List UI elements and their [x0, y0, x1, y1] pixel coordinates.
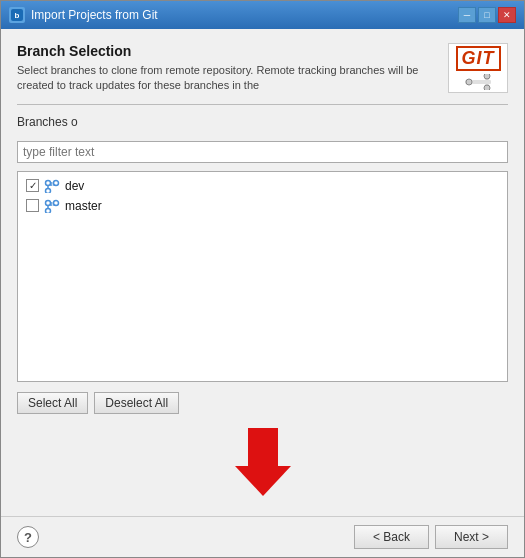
deselect-all-button[interactable]: Deselect All	[94, 392, 179, 414]
svg-point-5	[484, 85, 490, 90]
main-window: b Import Projects from Git ─ □ ✕ Branch …	[0, 0, 525, 558]
git-logo-box: GIT	[456, 46, 501, 71]
svg-point-7	[46, 180, 51, 185]
section-description: Select branches to clone from remote rep…	[17, 63, 438, 94]
back-button[interactable]: < Back	[354, 525, 429, 549]
branch-checkbox-dev[interactable]	[26, 179, 39, 192]
branches-list: dev master	[17, 171, 508, 382]
svg-point-6	[466, 79, 472, 85]
section-title: Branch Selection	[17, 43, 438, 59]
title-bar: b Import Projects from Git ─ □ ✕	[1, 1, 524, 29]
arrow-area	[17, 422, 508, 502]
app-icon: b	[9, 7, 25, 23]
close-button[interactable]: ✕	[498, 7, 516, 23]
separator-1	[17, 104, 508, 105]
branch-item-dev[interactable]: dev	[20, 176, 505, 196]
nav-buttons: < Back Next >	[354, 525, 508, 549]
maximize-button[interactable]: □	[478, 7, 496, 23]
next-button[interactable]: Next >	[435, 525, 508, 549]
header-section: Branch Selection Select branches to clon…	[17, 43, 508, 94]
svg-point-12	[46, 208, 51, 213]
git-logo: GIT	[448, 43, 508, 93]
branch-item-master[interactable]: master	[20, 196, 505, 216]
branch-checkbox-master[interactable]	[26, 199, 39, 212]
svg-point-9	[46, 188, 51, 193]
window-controls: ─ □ ✕	[458, 7, 516, 23]
arrow-shaft	[248, 428, 278, 466]
main-content: Branch Selection Select branches to clon…	[1, 29, 524, 516]
header-text: Branch Selection Select branches to clon…	[17, 43, 438, 94]
window-title: Import Projects from Git	[31, 8, 158, 22]
arrow-head	[235, 466, 291, 496]
select-all-button[interactable]: Select All	[17, 392, 88, 414]
select-buttons: Select All Deselect All	[17, 392, 508, 414]
svg-point-4	[484, 74, 490, 79]
branches-label: Branches o	[17, 115, 508, 129]
help-button[interactable]: ?	[17, 526, 39, 548]
branch-icon-dev	[43, 178, 61, 194]
branch-icon-master	[43, 198, 61, 214]
minimize-button[interactable]: ─	[458, 7, 476, 23]
filter-input[interactable]	[17, 141, 508, 163]
git-logo-text: GIT	[462, 48, 495, 68]
svg-point-10	[46, 200, 51, 205]
big-arrow	[235, 428, 291, 496]
svg-text:b: b	[15, 11, 20, 20]
branch-name-master: master	[65, 199, 102, 213]
branch-name-dev: dev	[65, 179, 84, 193]
bottom-bar: ? < Back Next >	[1, 516, 524, 557]
title-bar-left: b Import Projects from Git	[9, 7, 158, 23]
